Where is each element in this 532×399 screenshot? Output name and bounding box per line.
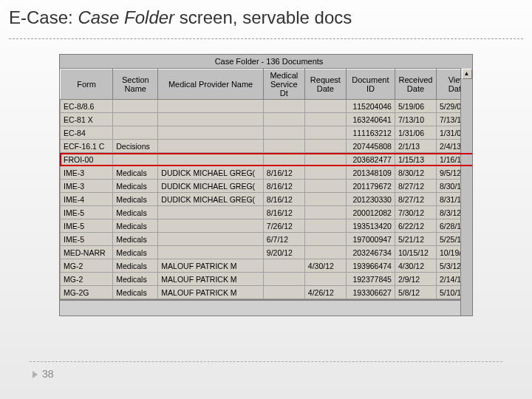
cell-recv: 7/30/12 [395,206,436,219]
table-row[interactable]: IME-4MedicalsDUDICK MICHAEL GREG(8/16/12… [61,193,474,206]
divider-top [9,38,523,39]
cell-form: IME-4 [61,193,113,206]
cell-provider [158,206,264,219]
cell-req [304,219,346,233]
cell-svc [263,113,304,126]
col-header-form[interactable]: Form [61,69,113,100]
cell-provider: DUDICK MICHAEL GREG( [158,166,264,180]
cell-docid: 193966474 [346,259,395,273]
cell-svc [263,140,304,153]
cell-provider [158,140,264,153]
cell-req [304,113,346,126]
col-header-reqdate[interactable]: Request Date [304,69,346,100]
cell-docid: 203246734 [346,246,395,259]
cell-form: MG-2 [61,259,113,273]
cell-recv: 4/30/12 [395,259,436,273]
cell-section: Medicals [113,233,158,246]
cell-form: EC-8/8.6 [61,100,113,113]
cell-req [304,206,346,219]
cell-recv: 1/31/06 [395,126,436,140]
cell-recv: 5/8/12 [395,286,436,299]
cell-req [304,273,346,286]
cell-svc [263,126,304,140]
cell-svc: 7/26/12 [263,219,304,233]
cell-recv: 8/30/12 [395,166,436,180]
cell-form: ECF-16.1 C [61,140,113,153]
slide-title: E-Case: Case Folder screen, servable doc… [0,0,532,38]
cell-recv: 7/13/10 [395,113,436,126]
title-italic: Case Folder [78,7,174,27]
table-row[interactable]: MG-2GMedicalsMALOUF PATRICK M4/26/121933… [61,286,474,299]
cell-req [304,140,346,153]
cell-docid: 192377845 [346,273,395,286]
cell-svc: 8/16/12 [263,180,304,193]
col-header-recv[interactable]: Received Date [395,69,436,100]
cell-provider [158,219,264,233]
cell-req [304,126,346,140]
cell-req [304,233,346,246]
cell-req [304,246,346,259]
cell-recv: 2/1/13 [395,140,436,153]
table-row[interactable]: MED-NARRMedicals9/20/1220324673410/15/12… [61,246,474,259]
table-row[interactable]: IME-5Medicals7/26/121935134206/22/126/28… [61,219,474,233]
cell-section: Medicals [113,219,158,233]
cell-section: Medicals [113,273,158,286]
cell-form: MED-NARR [61,246,113,259]
table-row[interactable]: IME-3MedicalsDUDICK MICHAEL GREG(8/16/12… [61,180,474,193]
cell-docid: 201348109 [346,166,395,180]
cell-svc: 9/20/12 [263,246,304,259]
cell-recv: 1/15/13 [395,153,436,166]
cell-form: EC-81 X [61,113,113,126]
cell-svc [263,259,304,273]
cell-section: Medicals [113,166,158,180]
title-prefix: E-Case: [9,7,78,27]
cell-form: IME-5 [61,219,113,233]
cell-provider [158,113,264,126]
cell-req [304,180,346,193]
cell-section: Medicals [113,193,158,206]
cell-svc [263,100,304,113]
col-header-section[interactable]: Section Name [113,69,158,100]
table-row[interactable]: IME-5Medicals6/7/121970009475/21/125/25/… [61,233,474,246]
table-row[interactable]: EC-841111632121/31/061/31/06 [61,126,474,140]
col-header-svcdate[interactable]: Medical Service Dt [263,69,304,100]
cell-docid: 163240641 [346,113,395,126]
cell-section [113,113,158,126]
cell-section [113,100,158,113]
cell-svc: 8/16/12 [263,193,304,206]
cell-req: 4/30/12 [304,259,346,273]
cell-provider: DUDICK MICHAEL GREG( [158,180,264,193]
table-row[interactable]: ECF-16.1 CDecisions2074458082/1/132/4/13 [61,140,474,153]
table-row[interactable]: MG-2MedicalsMALOUF PATRICK M4/30/1219396… [61,259,474,273]
cell-recv: 2/9/12 [395,273,436,286]
cell-req [304,153,346,166]
cell-docid: 201230330 [346,193,395,206]
cell-docid: 115204046 [346,100,395,113]
case-folder-window: Case Folder - 136 Documents Form Section… [59,54,473,316]
cell-svc [263,273,304,286]
cell-recv: 5/21/12 [395,233,436,246]
table-row[interactable]: MG-2MedicalsMALOUF PATRICK M1923778452/9… [61,273,474,286]
cell-provider [158,233,264,246]
cell-docid: 203682477 [346,153,395,166]
cell-req [304,193,346,206]
cell-form: IME-3 [61,166,113,180]
table-row[interactable]: IME-5Medicals8/16/122000120827/30/128/3/… [61,206,474,219]
col-header-provider[interactable]: Medical Provider Name [158,69,264,100]
table-row[interactable]: EC-81 X1632406417/13/107/13/10 [61,113,474,126]
table-row[interactable]: EC-8/8.61152040465/19/065/29/06 [61,100,474,113]
cell-svc [263,286,304,299]
cell-recv: 8/27/12 [395,193,436,206]
table-row[interactable]: FROI-002036824771/15/131/16/13 [61,153,474,166]
col-header-docid[interactable]: Document ID [346,69,395,100]
cell-provider: MALOUF PATRICK M [158,286,264,299]
cell-form: MG-2G [61,286,113,299]
table-row[interactable]: IME-3MedicalsDUDICK MICHAEL GREG(8/16/12… [61,166,474,180]
cell-section: Medicals [113,246,158,259]
cell-form: FROI-00 [61,153,113,166]
table-header-row: Form Section Name Medical Provider Name … [61,69,474,100]
cell-form: EC-84 [61,126,113,140]
scroll-up-icon[interactable]: ▲ [462,69,472,79]
vertical-scrollbar[interactable]: ▲ [460,68,472,316]
cell-section: Medicals [113,180,158,193]
